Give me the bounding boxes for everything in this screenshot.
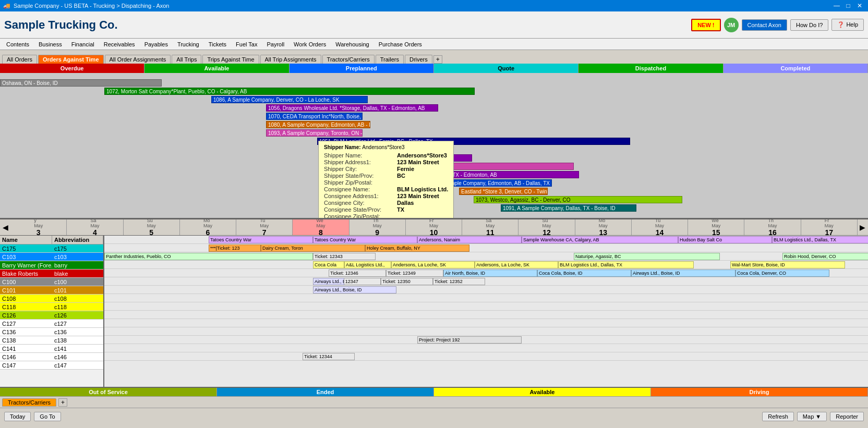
user-avatar[interactable]: JM: [724, 18, 739, 32]
driver-bar-0-0[interactable]: Tatoes Country War: [209, 236, 313, 243]
gantt-bar-2[interactable]: 1086, A Sample Company, Denver, CO - La …: [211, 96, 368, 103]
add-tab-button[interactable]: +: [433, 55, 442, 64]
close-button[interactable]: ✕: [854, 1, 865, 11]
driver-bar-5-1[interactable]: Ticket: 12350: [381, 278, 433, 285]
driver-gantt[interactable]: Tatoes Country WarTatoes Country WarAnde…: [104, 236, 868, 387]
driver-bar-2-0[interactable]: Panther Industries, Pueblo, CO: [104, 253, 313, 260]
driver-bar-3-4[interactable]: BLM Logistics Ltd., Dallas, TX: [558, 261, 694, 268]
driver-bar-1-2[interactable]: Holey Cream, Buffalo, NY: [365, 244, 469, 252]
menu-item-receivables[interactable]: Receivables: [100, 40, 139, 48]
driver-bar-5-2[interactable]: Ticket: 12352: [433, 278, 485, 285]
driver-row-c127[interactable]: C127c127: [0, 320, 103, 328]
menu-item-fuel-tax[interactable]: Fuel Tax: [232, 40, 261, 48]
tab-trips-against-time[interactable]: Trips Against Time: [202, 55, 259, 64]
driver-row-c100[interactable]: C100c100: [0, 278, 103, 286]
driver-bar-14-0[interactable]: Ticket: 12344: [303, 353, 355, 360]
driver-bar-6-0[interactable]: Airways Ltd., Boise, ID: [313, 286, 396, 294]
how-do-i-button[interactable]: How Do I?: [790, 19, 828, 31]
menu-item-payables[interactable]: Payables: [140, 40, 172, 48]
driver-bar-1-1[interactable]: Dairy Cream, Toron: [261, 244, 365, 252]
driver-row-c147[interactable]: C147c147: [0, 361, 103, 370]
gantt-area[interactable]: Shipper Name: Andersons*Store3 Shipper N…: [0, 73, 868, 219]
tab-tractors/carriers[interactable]: Tractors/Carriers: [322, 55, 375, 64]
tab-all-orders[interactable]: All Orders: [2, 55, 37, 64]
tab-all-order-assignments[interactable]: All Order Assignments: [105, 55, 171, 64]
driver-row-c136[interactable]: C136c136: [0, 328, 103, 336]
driver-row-c146[interactable]: C146c146: [0, 353, 103, 361]
driver-bar-4-0[interactable]: Ticket: 12346: [329, 270, 386, 277]
today-button[interactable]: Today: [4, 412, 31, 421]
gantt-bar-10[interactable]: Dallas, TX - Edmonton, AB: [433, 171, 579, 178]
tab-drivers[interactable]: Drivers: [405, 55, 432, 64]
gantt-bar-4[interactable]: 1070, CEDA Transport Inc*North, Boise, I…: [266, 113, 363, 120]
gantt-bar-11[interactable]: A Sample Company, Edmonton, AB - Dallas,…: [437, 179, 552, 187]
menu-item-work-orders[interactable]: Work Orders: [290, 40, 330, 48]
menu-item-warehousing[interactable]: Warehousing: [331, 40, 373, 48]
driver-row-c141[interactable]: C141c141: [0, 345, 103, 353]
add-tab-button[interactable]: +: [58, 398, 67, 407]
driver-row-c118[interactable]: C118c118: [0, 303, 103, 311]
driver-bar-3-0[interactable]: Coca Cola: [313, 261, 344, 268]
driver-bar-1-0[interactable]: ***|Ticket: 123: [209, 244, 261, 252]
gantt-bar-1[interactable]: 1072, Morton Salt Company*Plant, Pueblo,…: [104, 88, 475, 95]
map-button[interactable]: Map ▼: [797, 412, 827, 421]
menu-item-contents[interactable]: Contents: [2, 40, 33, 48]
driver-bar-0-5[interactable]: BLM Logistics Ltd., Dallas, TX: [772, 236, 868, 243]
driver-row-c103[interactable]: C103c103: [0, 253, 103, 261]
minimize-button[interactable]: —: [831, 1, 842, 11]
driver-row-barry[interactable]: Barry Warner (Fore...barry: [0, 261, 103, 270]
gantt-bar-0[interactable]: Oshawa, ON - Boise, ID: [0, 79, 162, 87]
driver-bar-4-2[interactable]: Air North, Boise, ID: [443, 270, 537, 277]
menu-item-trucking[interactable]: Trucking: [173, 40, 203, 48]
driver-bar-4-5[interactable]: Coca Cola, Denver, CO: [736, 270, 829, 277]
driver-bar-0-4[interactable]: Hudson Bay Salt Co: [678, 236, 772, 243]
next-arrow[interactable]: ▶: [858, 219, 868, 235]
driver-row-c126[interactable]: C126c126: [0, 311, 103, 320]
driver-bar-3-5[interactable]: Wal-Mart Store, Boise, ID: [730, 261, 845, 268]
driver-bar-5-3[interactable]: Airways Ltd., Boise, ID: [313, 278, 344, 285]
driver-row-c101[interactable]: C101c101: [0, 286, 103, 295]
gantt-bar-5[interactable]: 1080, A Sample Company, Edmonton, AB - D…: [266, 121, 370, 128]
driver-row-c138[interactable]: C138c138: [0, 336, 103, 345]
gantt-bar-6[interactable]: 1093, A Sample Company, Toronto, ON - Bu…: [266, 129, 363, 137]
date-cell-6: MoMay6: [180, 219, 236, 235]
driver-bar-4-4[interactable]: Airways Ltd., Boise, ID: [631, 270, 736, 277]
driver-bar-3-2[interactable]: Andersons, La Loche, SK: [391, 261, 475, 268]
help-button[interactable]: ❓ Help: [831, 19, 864, 31]
gantt-bar-12[interactable]: Eastland *Store 3, Denver, CO - Twin Fal…: [459, 188, 548, 195]
driver-bar-3-1[interactable]: A&L Logistics Ltd.,: [344, 261, 391, 268]
tractors-carriers-tab[interactable]: Tractors/Carriers: [2, 398, 56, 407]
gantt-bar-3[interactable]: 1056, Dragons Wholesale Ltd. *Storage, D…: [266, 104, 438, 112]
menu-item-payroll[interactable]: Payroll: [262, 40, 288, 48]
gantt-bar-14[interactable]: 1091, A Sample Company, Dallas, TX - Boi…: [501, 204, 636, 212]
driver-bar-0-3[interactable]: Sample Warehouse CA, Calgary, AB: [522, 236, 678, 243]
menu-item-business[interactable]: Business: [34, 40, 66, 48]
tab-trailers[interactable]: Trailers: [376, 55, 404, 64]
menu-item-financial[interactable]: Financial: [67, 40, 99, 48]
driver-bar-0-2[interactable]: Andersons, Nanaim: [417, 236, 522, 243]
prev-arrow[interactable]: ◀: [0, 219, 10, 235]
refresh-button[interactable]: Refresh: [762, 412, 794, 421]
tab-all-trips[interactable]: All Trips: [172, 55, 201, 64]
driver-row-blake[interactable]: Blake Robertsblake: [0, 270, 103, 278]
menu-item-purchase-orders[interactable]: Purchase Orders: [375, 40, 426, 48]
menu-item-tickets[interactable]: Tickets: [204, 40, 231, 48]
gantt-bar-13[interactable]: 1073, Westco, Agassiz, BC - Denver, CO: [474, 196, 682, 203]
driver-bar-2-2[interactable]: Naturipe, Agassiz, BC: [574, 253, 720, 260]
goto-button[interactable]: Go To: [34, 412, 61, 421]
driver-bar-2-3[interactable]: Robin Hood, Denver, CO: [782, 253, 868, 260]
tab-all-trip-assignments[interactable]: All Trip Assignments: [260, 55, 321, 64]
driver-bar-4-3[interactable]: Coca Cola, Boise, ID: [537, 270, 631, 277]
driver-bar-0-1[interactable]: Tatoes Country War: [313, 236, 417, 243]
contact-axon-button[interactable]: Contact Axon: [742, 19, 787, 31]
driver-bar-12-0[interactable]: Project: Project 192: [417, 336, 522, 344]
driver-row-c175[interactable]: C175c175: [0, 244, 103, 253]
driver-bar-4-1[interactable]: Ticket: 12349: [386, 270, 443, 277]
reporter-button[interactable]: Reporter: [830, 412, 864, 421]
driver-bar-2-1[interactable]: Ticket: 12343: [313, 253, 376, 260]
tab-orders-against-time[interactable]: Orders Against Time: [38, 55, 104, 64]
maximize-button[interactable]: □: [843, 1, 853, 11]
new-button[interactable]: NEW !: [691, 19, 720, 31]
driver-bar-3-3[interactable]: Andersons, La Loche, SK: [475, 261, 558, 268]
driver-row-c108[interactable]: C108c108: [0, 295, 103, 303]
